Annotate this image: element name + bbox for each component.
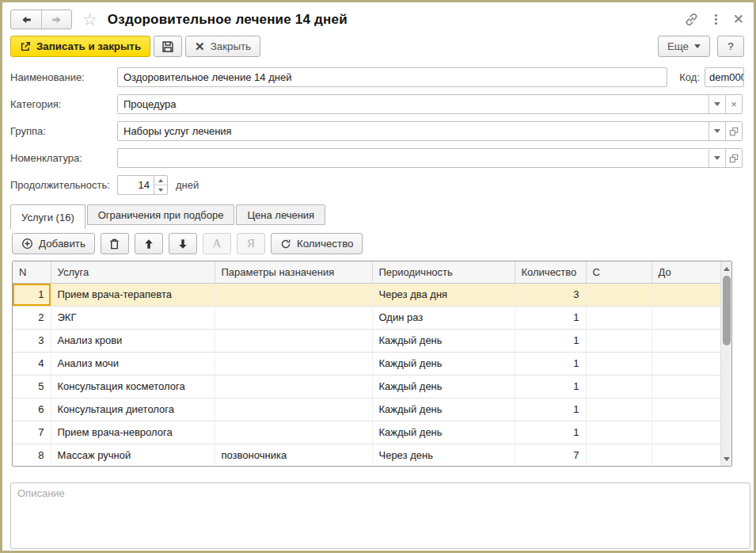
delete-row-button[interactable] — [101, 233, 129, 254]
move-down-button[interactable] — [169, 233, 197, 254]
table-row[interactable]: 7Прием врача-неврологаКаждый день1 — [13, 421, 720, 444]
cell-params[interactable] — [215, 329, 372, 352]
cell-n[interactable]: 8 — [13, 444, 51, 467]
code-input[interactable] — [705, 67, 744, 87]
scroll-up-button[interactable] — [721, 263, 732, 274]
cell-period[interactable]: Каждый день — [372, 375, 515, 398]
table-row[interactable]: 2ЭКГОдин раз1 — [13, 306, 720, 329]
table-row[interactable]: 5Консультация косметологаКаждый день1 — [13, 375, 720, 398]
cell-from[interactable] — [586, 421, 652, 444]
save-button[interactable] — [154, 36, 182, 57]
column-header[interactable]: Услуга — [51, 261, 215, 283]
nomenclature-input[interactable] — [118, 149, 709, 167]
table-row[interactable]: 6Консультация диетологаКаждый день1 — [13, 398, 720, 421]
more-button[interactable]: Еще — [658, 36, 710, 57]
tab-price[interactable]: Цена лечения — [236, 204, 325, 225]
tab-services[interactable]: Услуги (16) — [10, 204, 85, 229]
column-header[interactable]: Количество — [515, 261, 586, 283]
cell-qty[interactable]: 3 — [515, 283, 586, 306]
cell-n[interactable]: 6 — [13, 398, 51, 421]
cell-params[interactable] — [215, 421, 372, 444]
cell-to[interactable] — [652, 329, 720, 352]
sort-ascending-button[interactable]: А — [203, 233, 231, 254]
cell-period[interactable]: Через день — [372, 444, 515, 467]
back-button[interactable] — [11, 10, 41, 29]
cell-n[interactable]: 3 — [13, 329, 51, 352]
cell-qty[interactable]: 1 — [515, 375, 586, 398]
cell-from[interactable] — [586, 375, 652, 398]
spinner-down-button[interactable] — [154, 185, 167, 194]
cell-to[interactable] — [652, 306, 720, 329]
help-button[interactable]: ? — [717, 36, 744, 57]
cell-service[interactable]: Прием врача-терапевта — [51, 283, 215, 306]
group-input[interactable] — [118, 122, 709, 140]
table-row[interactable]: 8Массаж ручнойпозвоночникаЧерез день7 — [13, 444, 720, 467]
table-row[interactable]: 3Анализ кровиКаждый день1 — [13, 329, 720, 352]
save-and-close-button[interactable]: Записать и закрыть — [10, 36, 150, 57]
cell-period[interactable]: Каждый день — [372, 421, 515, 444]
cell-to[interactable] — [652, 398, 720, 421]
cell-to[interactable] — [652, 352, 720, 375]
cell-from[interactable] — [586, 352, 652, 375]
group-open-button[interactable] — [725, 122, 742, 140]
sort-descending-button[interactable]: Я — [237, 233, 265, 254]
cell-to[interactable] — [652, 421, 720, 444]
add-row-button[interactable]: Добавить — [12, 233, 95, 254]
cell-service[interactable]: Консультация косметолога — [51, 375, 215, 398]
scroll-down-button[interactable] — [721, 453, 732, 464]
column-header[interactable]: Параметры назначения — [215, 261, 372, 283]
link-icon[interactable] — [684, 12, 699, 27]
more-menu-icon[interactable] — [715, 14, 717, 25]
favorite-star-icon[interactable]: ☆ — [82, 11, 97, 28]
cell-n[interactable]: 7 — [13, 421, 51, 444]
column-header[interactable]: С — [586, 261, 652, 283]
cell-service[interactable]: Анализ крови — [51, 329, 215, 352]
table-row[interactable]: 1Прием врача-терапевтаЧерез два дня3 — [13, 283, 720, 306]
tab-restrictions[interactable]: Ограничения при подборе — [87, 204, 235, 225]
name-input[interactable] — [117, 67, 667, 87]
cell-n[interactable]: 4 — [13, 352, 51, 375]
close-button[interactable]: ✕ Закрыть — [185, 36, 260, 57]
cell-service[interactable]: ЭКГ — [51, 306, 215, 329]
cell-to[interactable] — [652, 375, 720, 398]
group-dropdown-button[interactable] — [709, 122, 725, 140]
window-close-icon[interactable]: ✕ — [733, 13, 744, 26]
cell-service[interactable]: Массаж ручной — [51, 444, 215, 467]
cell-service[interactable]: Прием врача-невролога — [51, 421, 215, 444]
cell-to[interactable] — [652, 444, 720, 467]
spinner-up-button[interactable] — [154, 176, 167, 185]
category-input[interactable] — [118, 95, 709, 113]
cell-from[interactable] — [586, 329, 652, 352]
cell-from[interactable] — [586, 398, 652, 421]
cell-period[interactable]: Через два дня — [372, 283, 515, 306]
cell-n[interactable]: 1 — [13, 283, 51, 306]
move-up-button[interactable] — [135, 233, 163, 254]
nomenclature-open-button[interactable] — [725, 149, 742, 167]
cell-n[interactable]: 5 — [13, 375, 51, 398]
cell-params[interactable]: позвоночника — [215, 444, 372, 467]
column-header[interactable]: N — [13, 261, 51, 283]
cell-qty[interactable]: 1 — [515, 421, 586, 444]
cell-qty[interactable]: 1 — [515, 306, 586, 329]
table-row[interactable]: 4Анализ мочиКаждый день1 — [13, 352, 720, 375]
description-textarea[interactable] — [10, 482, 750, 549]
cell-from[interactable] — [586, 306, 652, 329]
cell-from[interactable] — [586, 444, 652, 467]
cell-qty[interactable]: 1 — [515, 398, 586, 421]
cell-service[interactable]: Анализ мочи — [51, 352, 215, 375]
quantity-button[interactable]: Количество — [271, 233, 363, 254]
cell-to[interactable] — [652, 283, 720, 306]
cell-period[interactable]: Один раз — [372, 306, 515, 329]
scrollbar-thumb[interactable] — [723, 276, 731, 345]
forward-button[interactable] — [41, 10, 71, 29]
cell-period[interactable]: Каждый день — [372, 352, 515, 375]
cell-from[interactable] — [586, 283, 652, 306]
cell-period[interactable]: Каждый день — [372, 398, 515, 421]
vertical-scrollbar[interactable] — [720, 261, 732, 466]
category-dropdown-button[interactable] — [709, 95, 725, 113]
cell-params[interactable] — [215, 306, 372, 329]
duration-input[interactable] — [117, 175, 154, 195]
cell-n[interactable]: 2 — [13, 306, 51, 329]
cell-params[interactable] — [215, 283, 372, 306]
cell-params[interactable] — [215, 375, 372, 398]
